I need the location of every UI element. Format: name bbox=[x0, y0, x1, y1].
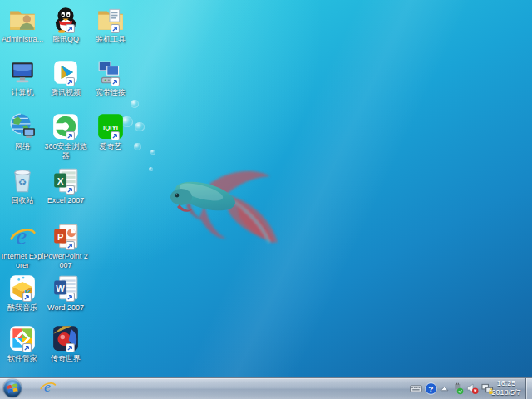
icon-label: Excel 2007 bbox=[43, 196, 88, 205]
desktop-icon-administrator[interactable]: Administra... bbox=[0, 5, 45, 44]
ie-logo-icon: e bbox=[39, 378, 57, 399]
icon-label: 酷我音乐 bbox=[0, 303, 45, 313]
bubble-icon bbox=[149, 167, 153, 171]
tray-input-keyboard-button[interactable] bbox=[410, 382, 422, 395]
icon-label: 计算机 bbox=[0, 88, 45, 97]
svg-text:W: W bbox=[56, 283, 65, 293]
icon-label: 360安全浏览器 bbox=[43, 142, 88, 160]
icon-label: 腾讯QQ bbox=[43, 35, 88, 44]
desktop-icon-internet-explorer[interactable]: eInternet Explorer bbox=[0, 222, 45, 270]
desktop-icon-word-2007[interactable]: WWord 2007 bbox=[43, 273, 88, 313]
shortcut-arrow-icon bbox=[66, 293, 75, 302]
shortcut-arrow-icon bbox=[111, 24, 120, 33]
show-desktop-button[interactable] bbox=[525, 378, 532, 399]
shortcut-arrow-icon bbox=[22, 293, 32, 302]
system-tray: ? bbox=[410, 378, 494, 399]
volume-muted-icon bbox=[466, 382, 479, 395]
desktop-icon-iqiyi[interactable]: iQIYI爱奇艺 bbox=[88, 112, 133, 151]
chevron-up-icon bbox=[438, 382, 451, 395]
shortcut-arrow-icon bbox=[66, 343, 75, 352]
desktop-icon-tencent-qq[interactable]: 腾讯QQ bbox=[43, 5, 88, 44]
icon-label: 宽带连接 bbox=[88, 88, 133, 97]
svg-text:e: e bbox=[17, 223, 27, 249]
windows7-desktop: Administra...腾讯QQ装机工具计算机腾讯视频宽带连接网络360安全浏… bbox=[0, 0, 532, 399]
computer-monitor-icon bbox=[8, 58, 37, 86]
desktop-icon-install-tools[interactable]: 装机工具 bbox=[88, 5, 133, 44]
icon-label: 传奇世界 bbox=[43, 354, 88, 363]
icon-label: 爱奇艺 bbox=[88, 142, 133, 151]
desktop-icon-excel-2007[interactable]: XExcel 2007 bbox=[43, 166, 88, 205]
desktop-icon-software-manager[interactable]: 软件管家 bbox=[0, 324, 45, 363]
betta-fish-image bbox=[160, 159, 286, 259]
desktop-icon-legend-world[interactable]: 传奇世界 bbox=[43, 324, 88, 363]
desktop-icon-kuwo-music[interactable]: K酷我音乐 bbox=[0, 273, 45, 313]
taskbar: e ? 16:25 2018/5/7 bbox=[0, 377, 532, 399]
bubble-icon bbox=[150, 150, 155, 155]
network-globe-icon bbox=[8, 112, 37, 140]
svg-text:X: X bbox=[57, 175, 64, 186]
desktop-icon-360-safe-browser[interactable]: 360安全浏览器 bbox=[43, 112, 88, 160]
shortcut-arrow-icon bbox=[111, 131, 120, 140]
help-circle-icon: ? bbox=[425, 382, 437, 395]
windows-orb-icon bbox=[5, 381, 20, 396]
shortcut-arrow-icon bbox=[66, 241, 75, 250]
folder-user-icon bbox=[8, 5, 37, 33]
shortcut-arrow-icon bbox=[66, 131, 75, 140]
shortcut-arrow-icon bbox=[111, 77, 120, 86]
desktop-icon-network[interactable]: 网络 bbox=[0, 112, 45, 151]
icon-label: 软件管家 bbox=[0, 354, 45, 363]
shortcut-arrow-icon bbox=[22, 343, 32, 352]
svg-text:♻: ♻ bbox=[18, 176, 27, 187]
tray-volume-muted-button[interactable] bbox=[466, 382, 479, 395]
desktop-icon-broadband-connection[interactable]: 宽带连接 bbox=[88, 58, 133, 97]
icon-label: 装机工具 bbox=[88, 35, 133, 44]
icon-label: Internet Explorer bbox=[0, 252, 45, 270]
svg-text:?: ? bbox=[429, 384, 434, 393]
tray-show-hidden-icons-button[interactable] bbox=[440, 382, 449, 395]
svg-text:P: P bbox=[57, 232, 64, 242]
shortcut-arrow-icon bbox=[66, 185, 75, 195]
icon-label: Word 2007 bbox=[43, 303, 88, 313]
icon-label: 回收站 bbox=[0, 196, 45, 205]
icon-label: 网络 bbox=[0, 142, 45, 151]
bubble-icon bbox=[135, 122, 145, 131]
desktop-icon-computer[interactable]: 计算机 bbox=[0, 58, 45, 97]
tray-safely-remove-hardware-button[interactable] bbox=[451, 382, 464, 395]
bubble-icon bbox=[134, 143, 141, 150]
start-button[interactable] bbox=[3, 379, 22, 397]
tray-help-indicator-button[interactable]: ? bbox=[425, 382, 437, 395]
icon-label: PowerPoint 2007 bbox=[43, 252, 88, 270]
desktop-icon-powerpoint-2007[interactable]: PPowerPoint 2007 bbox=[43, 222, 88, 270]
recycle-bin-icon: ♻ bbox=[8, 166, 37, 195]
desktop-icon-recycle-bin[interactable]: ♻回收站 bbox=[0, 166, 45, 205]
svg-text:e: e bbox=[43, 378, 50, 395]
clock-date: 2018/5/7 bbox=[488, 388, 525, 397]
icon-label: Administra... bbox=[0, 35, 45, 44]
icon-label: 腾讯视频 bbox=[43, 88, 88, 97]
desktop-icon-tencent-video[interactable]: 腾讯视频 bbox=[43, 58, 88, 97]
clock-time: 16:25 bbox=[488, 379, 525, 388]
bubble-icon bbox=[131, 100, 139, 108]
shortcut-arrow-icon bbox=[66, 24, 75, 33]
safely-remove-icon bbox=[451, 382, 464, 395]
taskbar-clock[interactable]: 16:25 2018/5/7 bbox=[488, 379, 525, 398]
svg-text:iQIYI: iQIYI bbox=[103, 124, 118, 131]
keyboard-icon bbox=[410, 382, 422, 395]
ie-logo-icon: e bbox=[8, 222, 37, 250]
shortcut-arrow-icon bbox=[66, 77, 75, 86]
taskbar-internet-explorer-button[interactable]: e bbox=[35, 378, 60, 398]
